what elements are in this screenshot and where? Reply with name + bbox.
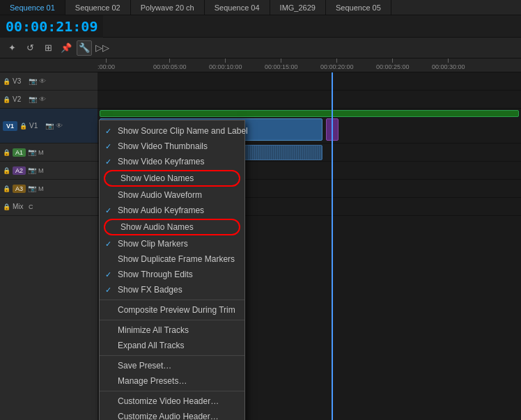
menu-separator-10 [100, 300, 244, 300]
menu-item-10[interactable]: ✓Show FX Badges [100, 282, 244, 297]
green-clip[interactable] [100, 110, 519, 117]
lock-icon-v2[interactable]: 🔒 [3, 96, 10, 103]
menu-item-4[interactable]: Show Audio Waveform [100, 187, 244, 203]
menu-item-1[interactable]: ✓Show Video Thumbnails [100, 139, 244, 154]
menu-label-9: Show Through Edits [118, 270, 193, 279]
checkmark-7: ✓ [105, 240, 111, 249]
playhead-a1 [332, 143, 333, 161]
tab-img2629[interactable]: IMG_2629 [270, 0, 326, 15]
tick-label: 00:00:25:00 [376, 63, 410, 70]
camera-icon-v3[interactable]: 📷 [29, 77, 37, 85]
tab-sequence05[interactable]: Sequence 05 [326, 0, 391, 15]
tick-label: 00:00:20:00 [320, 63, 354, 70]
bottom-section: :00:0000:00:05:0000:00:10:0000:00:15:000… [0, 59, 521, 420]
menu-label-17: Customize Audio Header… [118, 412, 219, 420]
track-header-v2: 🔒 V2 📷 👁 [0, 91, 98, 109]
menu-item-5[interactable]: ✓Show Audio Keyframes [100, 203, 244, 218]
track-headers-col: 🔒 V3 📷 👁 🔒 V2 📷 👁 V1 [0, 72, 98, 420]
tab-sequence02[interactable]: Sequence 02 [65, 0, 131, 15]
menu-label-14: Save Preset… [118, 361, 171, 371]
menu-separator-13 [100, 355, 244, 356]
pin-tool-btn[interactable]: 📌 [59, 40, 74, 56]
menu-item-3[interactable]: Show Video Names [104, 170, 240, 187]
v3-label: V3 [13, 77, 26, 85]
tick-line [392, 59, 393, 63]
checkmark-5: ✓ [105, 206, 111, 215]
ripple-tool-btn[interactable]: ↺ [22, 40, 38, 56]
menu-label-4: Show Audio Waveform [118, 190, 202, 200]
track-header-a1: 🔒 A1 📷 M [0, 143, 98, 162]
menu-label-13: Expand All Tracks [118, 341, 184, 350]
menu-label-10: Show FX Badges [118, 285, 182, 295]
eye-icon-v1[interactable]: 👁 [56, 122, 63, 130]
track-header-v3: 🔒 V3 📷 👁 [0, 72, 98, 91]
tab-bar: Sequence 01 Sequence 02 Polywave 20 ch S… [0, 0, 521, 15]
a2-badge: A2 [13, 166, 26, 175]
lock-icon-mix[interactable]: 🔒 [3, 203, 10, 210]
track-header-a2: 🔒 A2 📷 M [0, 162, 98, 180]
tick-line [448, 59, 449, 63]
menu-label-11: Composite Preview During Trim [118, 305, 235, 315]
tick-label: :00:00 [98, 63, 115, 70]
lock-icon-v3[interactable]: 🔒 [3, 78, 10, 85]
menu-item-6[interactable]: Show Audio Names [104, 219, 240, 235]
menu-item-14[interactable]: Save Preset… [100, 358, 244, 373]
speaker-icon-a1[interactable]: 📷 [28, 148, 36, 156]
eye-icon-v3[interactable]: 👁 [39, 77, 46, 85]
lock-icon-a2[interactable]: 🔒 [3, 167, 10, 174]
tick-line [106, 59, 107, 63]
eye-icon-v2[interactable]: 👁 [39, 95, 46, 103]
menu-item-17[interactable]: Customize Audio Header… [100, 409, 244, 420]
menu-label-7: Show Clip Markers [118, 239, 188, 249]
ruler-tick: 00:00:10:00 [209, 59, 242, 70]
tick-line [281, 59, 281, 63]
checkmark-9: ✓ [105, 270, 111, 279]
camera-icon-v1[interactable]: 📷 [45, 122, 54, 130]
menu-item-2[interactable]: ✓Show Video Keyframes [100, 154, 244, 169]
lock-icon-v1[interactable]: 🔒 [20, 123, 27, 130]
camera-icon-v2[interactable]: 📷 [29, 95, 37, 103]
ruler-tick: 00:00:05:00 [153, 59, 187, 70]
menu-item-13[interactable]: Expand All Tracks [100, 338, 244, 353]
extra-tool-btn[interactable]: ▷▷ [95, 40, 110, 56]
track-header-v1: V1 🔒 V1 📷 👁 [0, 109, 98, 143]
speaker-icon-a3[interactable]: 📷 [28, 185, 36, 192]
tab-polywave[interactable]: Polywave 20 ch [131, 0, 205, 15]
v2-label: V2 [13, 95, 26, 103]
selection-tool-btn[interactable]: ✦ [4, 40, 20, 56]
ruler-spacer [0, 59, 98, 72]
ruler-tick: 00:00:25:00 [376, 59, 410, 70]
mix-label: Mix [13, 203, 26, 210]
tick-line [169, 59, 170, 63]
tab-sequence04[interactable]: Sequence 04 [205, 0, 270, 15]
track-row-v2 [98, 91, 521, 109]
wrench-tool-btn[interactable]: 🔧 [77, 40, 92, 56]
menu-item-12[interactable]: Minimize All Tracks [100, 322, 244, 338]
menu-item-16[interactable]: Customize Video Header… [100, 394, 244, 409]
tab-sequence01[interactable]: Sequence 01 [0, 0, 65, 15]
tracks-row: 🔒 V3 📷 👁 🔒 V2 📷 👁 V1 [0, 72, 521, 420]
menu-separator-11 [100, 320, 244, 320]
checkmark-0: ✓ [105, 127, 111, 136]
track-select-btn[interactable]: ⊞ [40, 40, 56, 56]
menu-item-7[interactable]: ✓Show Clip Markers [100, 236, 244, 251]
menu-item-15[interactable]: Manage Presets… [100, 373, 244, 389]
lock-icon-a3[interactable]: 🔒 [3, 185, 10, 192]
menu-item-0[interactable]: ✓Show Source Clip Name and Label [100, 123, 244, 139]
ruler-tick: 00:00:20:00 [320, 59, 354, 70]
menu-item-9[interactable]: ✓Show Through Edits [100, 267, 244, 282]
playhead-a3 [332, 180, 333, 197]
tick-label: 00:00:30:00 [432, 63, 465, 70]
v1-badge: V1 [3, 121, 17, 131]
menu-item-11[interactable]: Composite Preview During Trim [100, 302, 244, 318]
speaker-icon-a2[interactable]: 📷 [28, 166, 36, 174]
menu-label-6: Show Audio Names [120, 222, 194, 232]
tick-label: 00:00:10:00 [209, 63, 242, 70]
checkmark-10: ✓ [105, 286, 111, 295]
lock-icon-a1[interactable]: 🔒 [3, 149, 10, 156]
playhead-v1 [332, 109, 333, 143]
tick-label: 00:00:05:00 [153, 63, 187, 70]
v1-label: V1 [29, 122, 43, 130]
menu-separator-15 [100, 391, 244, 391]
menu-item-8[interactable]: Show Duplicate Frame Markers [100, 251, 244, 267]
